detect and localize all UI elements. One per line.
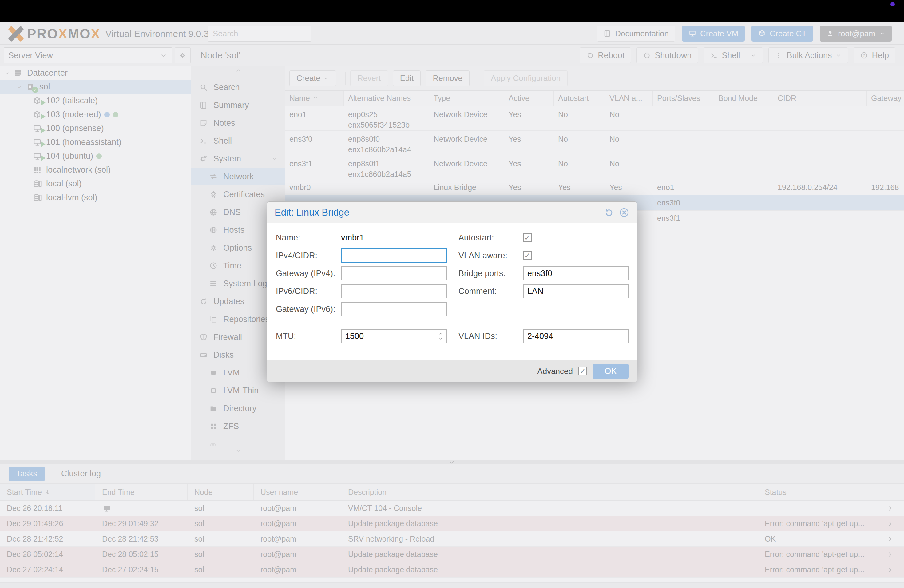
ipv4-label: IPv4/CIDR: (276, 251, 341, 261)
vlan-ids-input[interactable] (523, 329, 629, 343)
top-black-bar (0, 0, 904, 22)
ipv6-input[interactable] (341, 284, 447, 298)
ipv4-input[interactable] (341, 248, 447, 262)
reset-icon[interactable] (604, 207, 614, 218)
close-icon[interactable] (619, 207, 629, 218)
mtu-input[interactable] (341, 329, 447, 343)
vlan-aware-checkbox[interactable] (523, 251, 532, 260)
ok-button[interactable]: OK (593, 364, 629, 379)
advanced-separator (276, 322, 628, 322)
dialog-header[interactable]: Edit: Linux Bridge (267, 202, 637, 223)
bridge-ports-label: Bridge ports: (458, 269, 523, 278)
text-caret (345, 251, 345, 260)
gateway-ipv6-label: Gateway (IPv6): (276, 305, 341, 314)
ipv6-label: IPv6/CIDR: (276, 287, 341, 296)
advanced-checkbox[interactable] (578, 367, 587, 376)
status-indicator-dot (890, 2, 895, 6)
autostart-checkbox[interactable] (523, 234, 532, 242)
autostart-label: Autostart: (458, 233, 523, 243)
gateway-ipv6-input[interactable] (341, 302, 447, 316)
gateway-ipv4-input[interactable] (341, 266, 447, 280)
comment-label: Comment: (458, 287, 523, 296)
vlan-ids-label: VLAN IDs: (458, 332, 523, 341)
advanced-label: Advanced (537, 367, 573, 376)
gateway-ipv4-label: Gateway (IPv4): (276, 269, 341, 278)
name-value: vmbr1 (341, 233, 447, 243)
mtu-spinner[interactable] (434, 330, 446, 343)
proxmox-app: PROXMOX Virtual Environment 9.0.3 Docume… (0, 0, 904, 588)
mtu-label: MTU: (276, 332, 341, 341)
dialog-footer: Advanced OK (267, 360, 637, 382)
bridge-ports-input[interactable] (523, 266, 629, 280)
edit-linux-bridge-dialog: Edit: Linux Bridge Name: vmbr1 Autostart… (267, 201, 637, 382)
dialog-title: Edit: Linux Bridge (275, 207, 349, 218)
name-label: Name: (276, 233, 341, 243)
vlan-aware-label: VLAN aware: (458, 251, 523, 261)
comment-input[interactable] (523, 284, 629, 298)
